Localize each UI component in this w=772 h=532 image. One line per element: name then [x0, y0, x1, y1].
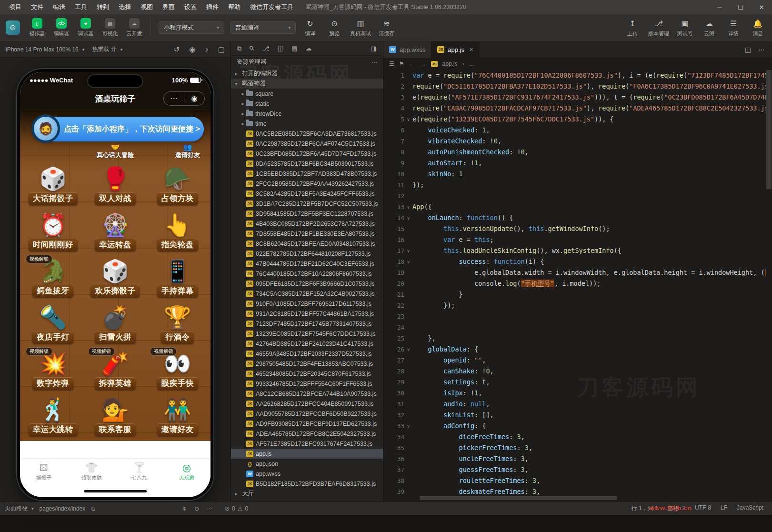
tree-section[interactable]: ▸打开的编辑器: [231, 69, 383, 79]
toolbar-device-debug-button[interactable]: ▥真机调试: [350, 18, 371, 37]
fold-icon[interactable]: ∨: [404, 245, 412, 256]
toolbar-visual-button[interactable]: ▦可视化: [101, 18, 119, 37]
editor-tab-app.wxss[interactable]: Wapp.wxss: [383, 41, 431, 58]
maximize-icon[interactable]: ☐: [730, 0, 751, 14]
tree-item[interactable]: JS4652348085D172BF20345C870F617533.js: [231, 369, 383, 379]
toggle-panel-icon[interactable]: ◨: [371, 45, 377, 52]
tree-item[interactable]: JS7123DF7485D172BF1745B77331407533.js: [231, 319, 383, 329]
tree-item[interactable]: JS2987505485D172BF4FE13853ABC07533.js: [231, 359, 383, 369]
cloud-icon[interactable]: ☁: [305, 45, 311, 52]
tree-item[interactable]: Wapp.wxss: [231, 469, 383, 479]
game-item[interactable]: 🥊双人对战: [84, 161, 147, 208]
hot-reload-toggle[interactable]: 热重载 开 ▾: [92, 45, 122, 53]
fold-icon[interactable]: ∨: [404, 421, 412, 432]
tree-item[interactable]: JS0AC2987385D172BF6CA4F074C5C17533.js: [231, 139, 383, 149]
tree-item[interactable]: JSAAD9055785D172BFCCBF6D50B9227533.js: [231, 409, 383, 419]
user-avatar[interactable]: ☺: [6, 20, 20, 35]
tree-item[interactable]: JS0AC5B2E085D172BF6CA3DAE736817533.js: [231, 129, 383, 139]
toolbar-editor-button[interactable]: </>编辑器: [53, 18, 70, 37]
tree-item[interactable]: JS3D1BA7C285D172BF5B7DCFC52C507533.js: [231, 199, 383, 209]
record-icon[interactable]: ◉: [189, 45, 195, 54]
more-icon[interactable]: ⋯: [758, 46, 765, 53]
menu-转到[interactable]: 转到: [92, 1, 113, 13]
page-path-selector[interactable]: 页面路径 ▾: [5, 504, 34, 512]
game-item[interactable]: 💁联系客服: [84, 392, 147, 439]
tree-item[interactable]: {}app.json: [231, 459, 383, 469]
mode-dropdown[interactable]: 小程序模式 ▾: [159, 21, 224, 34]
close-icon[interactable]: ✕: [751, 0, 772, 14]
fold-icon[interactable]: ∨: [404, 114, 412, 125]
game-item[interactable]: ⏰时间刚刚好: [22, 208, 84, 254]
language-mode[interactable]: JavaScript: [737, 504, 763, 512]
open-files-icon[interactable]: ⧉: [237, 45, 241, 52]
game-item[interactable]: 👆指尖轮盘: [146, 208, 209, 254]
breadcrumb-more[interactable]: …: [469, 60, 475, 67]
bookmark-icon[interactable]: ⚑: [399, 60, 404, 67]
cursor-position[interactable]: 行 1，列 1: [632, 504, 658, 512]
menu-设置[interactable]: 设置: [180, 1, 201, 13]
exit-icon[interactable]: ◉: [184, 94, 204, 103]
encoding[interactable]: UTF-8: [695, 504, 711, 512]
git-branch-icon[interactable]: ⎇: [262, 45, 270, 52]
game-item[interactable]: 🎡幸运转盘: [84, 208, 147, 254]
more-icon[interactable]: ⋯: [371, 59, 378, 66]
tree-item[interactable]: JS2FCC2B9585D172BF49AA439262427533.js: [231, 179, 383, 189]
toolbar-compile-button[interactable]: ↻编译: [301, 18, 319, 37]
game-item[interactable]: 💣扫雷火拼: [84, 300, 147, 346]
tree-item[interactable]: JS8C8B620485D172BFEAED0A0348107533.js: [231, 239, 383, 249]
tree-item[interactable]: JS46559A3485D172BF2033F2337D527533.js: [231, 349, 383, 359]
outline-icon[interactable]: ☰: [389, 60, 394, 67]
toolbar-preview-button[interactable]: ⊙预览: [326, 18, 343, 37]
menu-项目[interactable]: 项目: [5, 1, 26, 13]
tree-item[interactable]: JS931A2C8185D172BFF57C44861BA17533.js: [231, 309, 383, 319]
tree-item[interactable]: JS0DA5235785D172BF6BC34B5039017533.js: [231, 159, 383, 169]
more-icon[interactable]: ⋯: [207, 505, 212, 512]
tree-item[interactable]: JS13239EC085D172BF7545F6C7DDC17533.js: [231, 329, 383, 339]
toolbar-clear-cache-button[interactable]: ≋清缓存: [378, 18, 395, 37]
menu-文件[interactable]: 文件: [27, 1, 48, 13]
editor-tab-app.js[interactable]: JSapp.js✕: [431, 41, 480, 58]
toolbar-details-button[interactable]: ☰详情: [725, 18, 742, 37]
tree-item[interactable]: JS095DFE6185D172BF6F3B9666D1C07533.js: [231, 279, 383, 289]
indentation[interactable]: 空格: 2: [668, 504, 685, 512]
audio-icon[interactable]: ♪: [205, 45, 209, 54]
minimize-icon[interactable]: ─: [709, 0, 730, 14]
fold-icon[interactable]: ∨: [404, 201, 412, 212]
menu-选择[interactable]: 选择: [114, 1, 135, 13]
rotate-icon[interactable]: ↺: [174, 45, 180, 54]
device-selector[interactable]: iPhone 14 Pro Max 100% 16 ▾: [6, 46, 84, 53]
back-icon[interactable]: ←: [409, 60, 415, 68]
fold-icon[interactable]: ∨: [404, 256, 412, 267]
tree-item[interactable]: JS9933246785D172BFFF554C60F1FF6533.js: [231, 379, 383, 389]
tree-item[interactable]: ▸throwDice: [231, 109, 383, 119]
tree-item[interactable]: JS3C582A4285D172BF5A3E4245FCFF6533.js: [231, 189, 383, 199]
phone-tab-七八九[interactable]: 🍸七八九: [115, 459, 163, 485]
copy-icon[interactable]: ⧉: [91, 505, 95, 512]
menu-视图[interactable]: 视图: [136, 1, 157, 13]
fold-icon[interactable]: ∨: [404, 344, 412, 355]
scrollbar-thumb[interactable]: [420, 496, 618, 500]
menu-帮助[interactable]: 帮助: [224, 1, 245, 13]
phone-tab-摇骰子[interactable]: ⚄摇骰子: [20, 459, 68, 485]
tree-item[interactable]: JSapp.js: [231, 449, 383, 459]
game-item[interactable]: 🎲欢乐掷骰子: [84, 254, 147, 300]
tree-item[interactable]: JS022E782785D172BF644810208F127533.js: [231, 249, 383, 259]
problems-indicator[interactable]: ⊘ 0 ⚠ 0: [225, 505, 248, 512]
debug-icon[interactable]: ↯: [182, 505, 187, 512]
more-icon[interactable]: ⋯: [164, 94, 184, 103]
vertical-scrollbar[interactable]: [766, 70, 772, 502]
screenshot-icon[interactable]: ▢: [218, 45, 225, 54]
tree-item[interactable]: ▸square: [231, 89, 383, 99]
tree-item[interactable]: ▸static: [231, 99, 383, 109]
split-editor-icon[interactable]: ◫: [745, 46, 751, 53]
toolbar-cloud-test-button[interactable]: ☁云测: [701, 18, 718, 37]
tree-item[interactable]: JSADEA465785D172BFCB8C2E5042327533.js: [231, 429, 383, 439]
tree-item[interactable]: ▸time: [231, 119, 383, 129]
quick-link[interactable]: 👥邀请好友: [175, 143, 200, 160]
toolbar-cloud-dev-button[interactable]: ☁云开发: [126, 18, 143, 37]
tree-item[interactable]: JS76C4400185D172BF10A22806F8607533.js: [231, 269, 383, 279]
tree-item[interactable]: JSA8C12CB685D172BFCEA744B10A907533.js: [231, 389, 383, 399]
add-miniprogram-banner[interactable]: 🧔 点击「添加小程序」，下次访问更便捷 >: [32, 117, 204, 141]
tree-item[interactable]: JS0C23BFD085D172BF6A45D7D74FD17533.js: [231, 149, 383, 159]
compile-mode-dropdown[interactable]: 普通编译 ▾: [230, 21, 296, 34]
